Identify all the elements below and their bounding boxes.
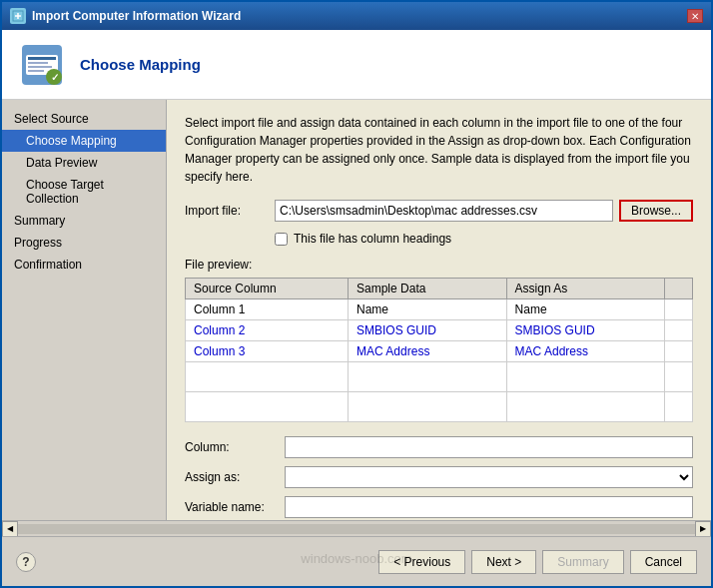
column-headings-checkbox[interactable] (275, 233, 288, 246)
cell-col3-row2: SMBIOS GUID (506, 320, 665, 341)
col-header-source: Source Column (186, 279, 349, 299)
close-button[interactable]: ✕ (687, 9, 703, 23)
wizard-icon: ✓ (18, 41, 66, 89)
window-title: Import Computer Information Wizard (32, 9, 241, 23)
cell-col3-row1: Name (506, 299, 665, 320)
window-icon (10, 8, 26, 24)
column-headings-row: This file has column headings (275, 232, 693, 246)
footer: ? < Previous Next > Summary Cancel (2, 536, 711, 586)
table-row-empty (186, 392, 693, 422)
variable-name-input[interactable] (285, 496, 693, 518)
bottom-fields: Column: Assign as: Variable name: (185, 436, 693, 518)
summary-button[interactable]: Summary (542, 550, 623, 574)
column-label: Column: (185, 440, 285, 454)
cell-col1-row3: Column 3 (186, 341, 349, 362)
content-area: Select import file and assign data conta… (167, 100, 711, 520)
assign-as-field-row: Assign as: (185, 466, 693, 488)
column-headings-label: This file has column headings (294, 232, 451, 246)
cell-col1-row1: Column 1 (186, 299, 349, 320)
column-field-row: Column: (185, 436, 693, 458)
cell-col2-row1: Name (349, 299, 507, 320)
scroll-track[interactable] (18, 524, 695, 534)
footer-buttons: < Previous Next > Summary Cancel (378, 550, 697, 574)
column-input[interactable] (285, 436, 693, 458)
cell-col1-row2: Column 2 (186, 320, 349, 341)
title-bar: Import Computer Information Wizard ✕ (2, 2, 711, 30)
header-title: Choose Mapping (80, 56, 201, 73)
horizontal-scrollbar[interactable]: ◀ ▶ (2, 520, 711, 536)
scroll-left-arrow[interactable]: ◀ (2, 521, 18, 537)
sidebar-item-confirmation[interactable]: Confirmation (2, 254, 166, 276)
import-file-input[interactable] (275, 200, 613, 222)
file-preview-label: File preview: (185, 258, 693, 272)
next-button[interactable]: Next > (471, 550, 536, 574)
cell-col4-row3 (665, 341, 693, 362)
wizard-header: ✓ Choose Mapping (2, 30, 711, 100)
sidebar-item-progress[interactable]: Progress (2, 232, 166, 254)
browse-button[interactable]: Browse... (619, 200, 693, 222)
import-file-label: Import file: (185, 204, 275, 218)
svg-rect-6 (28, 62, 48, 64)
scroll-right-arrow[interactable]: ▶ (695, 521, 711, 537)
table-row[interactable]: Column 3 MAC Address MAC Address (186, 341, 693, 362)
cell-col3-row3: MAC Address (506, 341, 665, 362)
sidebar-item-data-preview[interactable]: Data Preview (2, 152, 166, 174)
cell-col4-row1 (665, 299, 693, 320)
sidebar-item-select-source[interactable]: Select Source (2, 108, 166, 130)
table-row[interactable]: Column 1 Name Name (186, 299, 693, 320)
import-file-row: Import file: Browse... (185, 200, 693, 222)
previous-button[interactable]: < Previous (378, 550, 465, 574)
file-preview-table: Source Column Sample Data Assign As Colu… (185, 278, 693, 422)
help-button[interactable]: ? (16, 552, 36, 572)
variable-name-label: Variable name: (185, 500, 285, 514)
col-header-extra (665, 279, 693, 299)
cancel-button[interactable]: Cancel (630, 550, 697, 574)
table-row[interactable]: Column 2 SMBIOS GUID SMBIOS GUID (186, 320, 693, 341)
cell-col4-row2 (665, 320, 693, 341)
sidebar: Select Source Choose Mapping Data Previe… (2, 100, 167, 520)
svg-text:✓: ✓ (51, 72, 59, 83)
cell-col2-row3: MAC Address (349, 341, 507, 362)
svg-rect-8 (28, 70, 44, 72)
table-row-empty (186, 362, 693, 392)
svg-rect-7 (28, 66, 52, 68)
sidebar-item-choose-mapping[interactable]: Choose Mapping (2, 130, 166, 152)
sidebar-item-choose-target-collection[interactable]: Choose Target Collection (2, 174, 166, 210)
assign-as-select[interactable] (285, 466, 693, 488)
sidebar-item-summary[interactable]: Summary (2, 210, 166, 232)
description-text: Select import file and assign data conta… (185, 114, 693, 186)
svg-rect-5 (28, 57, 56, 60)
col-header-assign: Assign As (506, 279, 665, 299)
assign-as-label: Assign as: (185, 470, 285, 484)
variable-name-field-row: Variable name: (185, 496, 693, 518)
cell-col2-row2: SMBIOS GUID (349, 320, 507, 341)
col-header-sample: Sample Data (349, 279, 507, 299)
